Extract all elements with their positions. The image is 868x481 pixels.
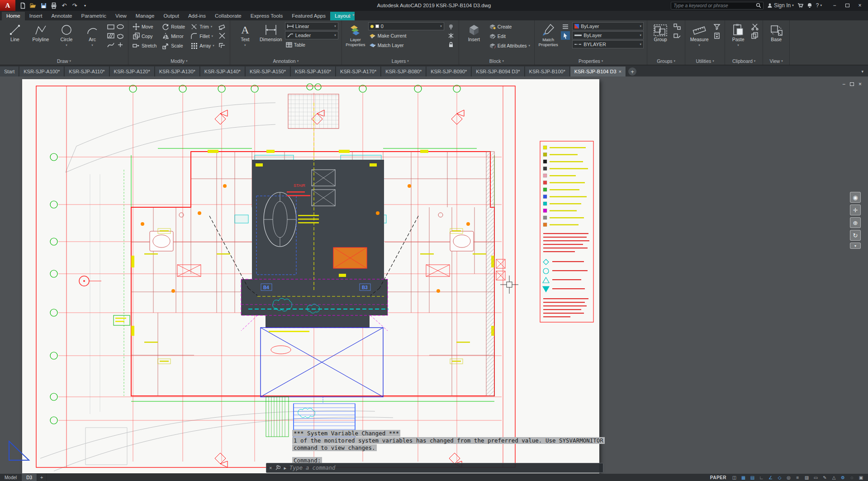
panel-label-layers[interactable]: Layers▾ [342,57,459,65]
doc-restore-icon[interactable] [850,82,854,86]
minimize-icon[interactable]: − [828,0,841,11]
snap-mode-icon[interactable]: ▦ [739,474,748,481]
new-file-icon[interactable] [18,1,27,10]
sign-in-button[interactable]: Sign In▾ [767,2,794,9]
ribbon-tab[interactable]: View [111,12,131,20]
command-input[interactable] [289,465,600,471]
rotate-button[interactable]: Rotate [161,22,186,31]
group-button[interactable]: Group [650,22,670,42]
polar-tracking-icon[interactable]: ∠ [766,474,775,481]
isolate-objects-icon[interactable]: ◌ [848,474,856,481]
linetype-dropdown[interactable]: BYLAYER▾ [572,40,644,48]
search-input[interactable] [674,3,754,8]
scale-button[interactable]: Scale [161,41,186,50]
file-tab[interactable]: KSR-SJP-A140*× [200,67,245,76]
layer-properties-button[interactable]: Layer Properties [345,22,366,47]
transparency-icon[interactable]: ▨ [802,474,811,481]
close-tab-icon[interactable]: × [619,69,621,74]
text-button[interactable]: A Text▾ [233,22,257,48]
cut-icon[interactable] [750,22,759,31]
doc-minimize-icon[interactable]: − [842,81,845,87]
panel-label-view[interactable]: View▾ [763,57,789,65]
panel-label-modify[interactable]: Modify▾ [128,57,230,65]
properties-list-icon[interactable] [561,22,570,31]
file-tab-overflow-icon[interactable]: ▾ [857,69,868,76]
selection-cycling-icon[interactable]: ▭ [811,474,820,481]
explode-icon[interactable] [218,31,227,40]
rectangle-icon[interactable] [106,22,115,31]
hatch-icon[interactable] [106,31,115,40]
search-icon[interactable] [756,3,761,8]
infocenter-search[interactable] [671,2,764,10]
pan-icon[interactable]: ✛ [850,205,861,215]
layer-dropdown[interactable]: 0▾ [368,22,444,30]
table-button[interactable]: Table [285,40,338,49]
app-store-icon[interactable] [797,3,803,8]
workspace-icon[interactable]: ⚙ [839,474,847,481]
spline-icon[interactable] [106,40,115,49]
ribbon-tab[interactable]: Home [2,12,25,20]
array-button[interactable]: Array▾ [190,41,215,50]
file-tab[interactable]: KSR-SJP-A100*× [19,67,64,76]
ribbon-tab[interactable]: Express Tools [246,12,287,20]
model-tab[interactable]: Model [0,474,22,481]
ungroup-icon[interactable] [673,22,682,31]
group-edit-icon[interactable] [673,31,682,40]
command-close-icon[interactable]: × [269,465,272,471]
line-button[interactable]: Line [3,22,27,42]
file-tab[interactable]: KSR-SJP-A110*× [65,67,109,76]
file-tab[interactable]: KSR-SJP-B090*× [427,67,471,76]
save-icon[interactable] [39,1,48,10]
erase-icon[interactable] [218,22,227,31]
offset-icon[interactable] [218,40,227,49]
match-properties-button[interactable]: Match Properties [538,22,559,47]
file-tab[interactable]: KSR-SJP-A130*× [155,67,200,76]
linear-dimension-dropdown[interactable]: Linear▾ [285,22,338,30]
infer-constraints-icon[interactable]: ◫ [730,474,739,481]
edit-block-button[interactable]: Edit [488,32,531,40]
file-tab[interactable]: KSR-SJP-A170*× [336,67,381,76]
zoom-icon[interactable]: ⊕ [850,217,861,228]
doc-close-icon[interactable]: × [859,81,862,87]
new-drawing-icon[interactable]: + [628,67,636,76]
polyline-button[interactable]: Polyline [29,22,52,42]
arc-button[interactable]: Arc▾ [81,22,104,48]
file-tab[interactable]: KSR-SJP-B100*× [525,67,570,76]
steering-wheel-icon[interactable]: ◉ [850,192,861,203]
lineweight-dropdown[interactable]: ByLayer▾ [572,31,644,39]
copy-clip-icon[interactable] [750,31,759,40]
revision-cloud-icon[interactable] [116,31,125,40]
layer-off-icon[interactable] [446,22,455,31]
quick-select-icon[interactable] [712,22,721,31]
ribbon-tab[interactable]: Collaborate [210,12,246,20]
object-snap-tracking-icon[interactable]: ◎ [784,474,793,481]
insert-block-button[interactable]: Insert [462,22,486,42]
ribbon-display-toggle-icon[interactable]: ▴ [348,12,351,17]
move-button[interactable]: Move [132,22,157,31]
drawing-viewport[interactable]: STAIR B4 B3 [0,76,868,474]
panel-label-groups[interactable]: Groups▾ [647,57,685,65]
file-tab[interactable]: KSR-SJP-B104 D3× [570,67,626,76]
lineweight-icon[interactable]: ≡ [793,474,802,481]
point-icon[interactable] [116,40,125,49]
panel-label-draw[interactable]: Draw▾ [0,57,128,65]
close-icon[interactable]: × [854,0,866,11]
stretch-button[interactable]: Stretch [132,41,157,50]
dimension-button[interactable]: Dimension [259,22,283,42]
plot-icon[interactable] [49,1,58,10]
navbar-menu-icon[interactable]: ▾ [850,243,861,249]
ribbon-tab[interactable]: Add-ins [184,12,210,20]
stay-connected-icon[interactable] [807,3,812,8]
ribbon-tab[interactable]: Annotate [47,12,76,20]
annotation-scale-icon[interactable]: △ [830,474,838,481]
file-tab[interactable]: KSR-SJP-A150*× [246,67,290,76]
create-block-button[interactable]: Create [488,22,531,31]
floorplan-canvas[interactable]: STAIR B4 B3 [22,79,599,473]
command-customize-icon[interactable] [275,465,280,471]
selection-tool-icon[interactable] [561,31,570,40]
maximize-icon[interactable] [841,0,854,11]
circle-button[interactable]: Circle▾ [55,22,78,48]
layout-tab-d3[interactable]: D3 [22,474,37,481]
layer-lock-icon[interactable] [446,40,455,49]
panel-label-utilities[interactable]: Utilities▾ [685,57,725,65]
